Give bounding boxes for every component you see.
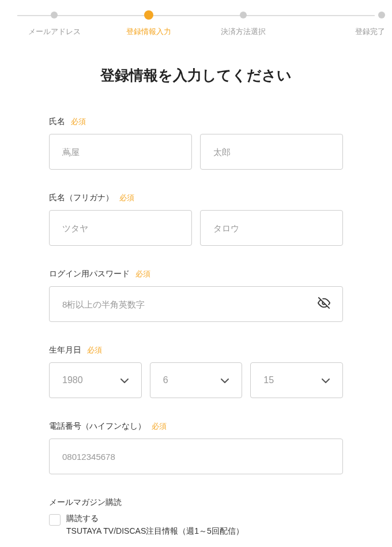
name-label: 氏名 [49, 117, 65, 127]
required-badge: 必須 [152, 421, 167, 432]
toggle-password-visibility-icon[interactable] [318, 297, 330, 312]
password-label: ログイン用パスワード [49, 269, 130, 279]
chevron-down-icon [221, 376, 229, 385]
birthday-field-group: 生年月日 必須 1980 6 [49, 345, 343, 398]
step-dot [240, 12, 247, 18]
password-field-group: ログイン用パスワード 必須 [49, 269, 343, 322]
magazine-description: TSUTAYA TV/DISCAS注目情報（週1～5回配信） [66, 526, 244, 537]
phone-field-group: 電話番号（ハイフンなし） 必須 [49, 421, 343, 474]
birth-year-select[interactable]: 1980 [49, 362, 142, 398]
chevron-down-icon [322, 376, 330, 385]
step-dot [378, 12, 385, 18]
birth-day-select[interactable]: 15 [250, 362, 343, 398]
step-email: メールアドレス [7, 12, 101, 37]
furigana-label: 氏名（フリガナ） [49, 193, 114, 203]
password-input[interactable] [49, 286, 343, 322]
magazine-checkbox[interactable] [49, 514, 61, 526]
phone-label: 電話番号（ハイフンなし） [49, 421, 146, 432]
birth-day-value: 15 [263, 375, 274, 385]
last-name-input[interactable] [49, 134, 192, 170]
birthday-label: 生年月日 [49, 345, 81, 355]
first-name-input[interactable] [200, 134, 343, 170]
step-dot-active [144, 10, 153, 20]
furigana-field-group: 氏名（フリガナ） 必須 [49, 193, 343, 246]
step-label: 登録情報入力 [126, 27, 171, 37]
required-badge: 必須 [135, 269, 150, 279]
last-furigana-input[interactable] [49, 210, 192, 246]
birth-year-value: 1980 [62, 375, 83, 385]
step-label: 決済方法選択 [221, 27, 266, 37]
chevron-down-icon [120, 376, 129, 385]
first-furigana-input[interactable] [200, 210, 343, 246]
step-registration: 登録情報入力 [101, 12, 196, 37]
page-title: 登録情報を入力してください [49, 66, 343, 85]
name-field-group: 氏名 必須 [49, 117, 343, 170]
progress-stepper: メールアドレス 登録情報入力 決済方法選択 登録完了 [0, 0, 392, 37]
step-label: メールアドレス [28, 27, 81, 37]
step-dot [51, 12, 58, 18]
step-payment: 決済方法選択 [196, 12, 291, 37]
step-label: 登録完了 [355, 27, 385, 37]
required-badge: 必須 [71, 117, 86, 127]
birth-month-select[interactable]: 6 [150, 362, 243, 398]
phone-input[interactable] [49, 439, 343, 474]
magazine-field-group: メールマガジン購読 購読する TSUTAYA TV/DISCAS注目情報（週1～… [49, 497, 343, 537]
magazine-label: メールマガジン購読 [49, 497, 122, 508]
birth-month-value: 6 [163, 375, 168, 385]
step-complete: 登録完了 [291, 12, 385, 37]
required-badge: 必須 [119, 193, 134, 203]
required-badge: 必須 [87, 345, 102, 355]
magazine-checkbox-label: 購読する [66, 514, 244, 524]
